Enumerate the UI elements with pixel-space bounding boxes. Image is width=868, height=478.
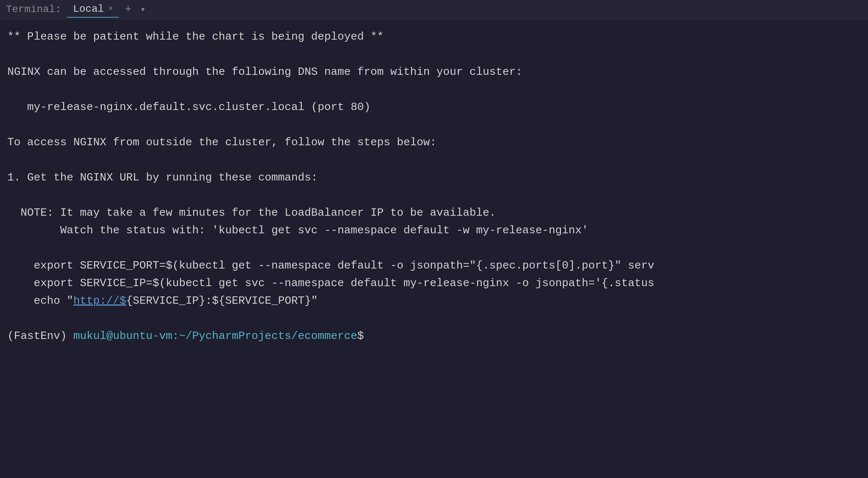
terminal-link[interactable]: http://$ <box>73 295 126 307</box>
terminal-line-8: export SERVICE_PORT=$(kubectl get --name… <box>7 257 861 274</box>
terminal-body: ** Please be patient while the chart is … <box>0 19 868 478</box>
terminal-blank-6 <box>7 239 861 257</box>
terminal-line-5: 1. Get the NGINX URL by running these co… <box>7 169 861 186</box>
terminal-line-9: export SERVICE_IP=$(kubectl get svc --na… <box>7 274 861 292</box>
terminal-prompt-line: (FastEnv) mukul@ubuntu-vm:~/PycharmProje… <box>7 327 861 345</box>
terminal-line-10: echo "http://${SERVICE_IP}:${SERVICE_POR… <box>7 292 861 310</box>
terminal-blank-4 <box>7 151 861 169</box>
terminal-label: Terminal: <box>6 4 61 15</box>
terminal-prompt-user: mukul@ubuntu-vm:~/PycharmProjects/ecomme… <box>73 330 357 342</box>
terminal-line-2: NGINX can be accessed through the follow… <box>7 63 861 81</box>
terminal-prompt-dollar: $ <box>357 330 364 342</box>
terminal-add-tab-button[interactable]: + <box>122 2 134 17</box>
terminal-dropdown-button[interactable]: ▾ <box>137 3 148 16</box>
terminal-tab-name: Local <box>73 3 104 15</box>
terminal-tab-bar: Terminal: Local × + ▾ <box>0 0 868 19</box>
terminal-prompt-env: (FastEnv) <box>7 330 73 342</box>
terminal-blank-5 <box>7 186 861 204</box>
terminal-tab-local[interactable]: Local × <box>67 1 119 18</box>
terminal-line-1: ** Please be patient while the chart is … <box>7 28 861 45</box>
terminal-line-7: Watch the status with: 'kubectl get svc … <box>7 222 861 239</box>
terminal-blank-1 <box>7 45 861 63</box>
terminal-blank-7 <box>7 310 861 327</box>
terminal-window: Terminal: Local × + ▾ ** Please be patie… <box>0 0 868 478</box>
terminal-blank-3 <box>7 116 861 134</box>
terminal-line-6: NOTE: It may take a few minutes for the … <box>7 204 861 222</box>
terminal-line-3: my-release-nginx.default.svc.cluster.loc… <box>7 98 861 116</box>
terminal-line-4: To access NGINX from outside the cluster… <box>7 134 861 151</box>
terminal-blank-2 <box>7 81 861 98</box>
terminal-tab-close-icon[interactable]: × <box>108 4 113 14</box>
